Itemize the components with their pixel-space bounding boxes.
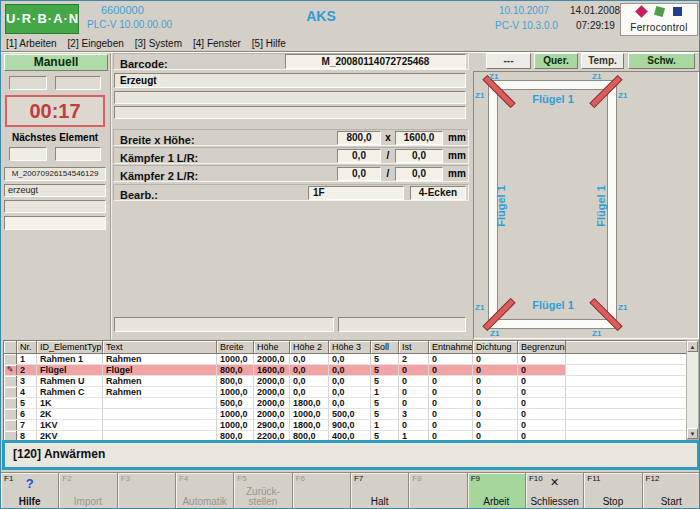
column-header-entnahme[interactable]: Entnahme bbox=[429, 341, 473, 354]
barcode-field[interactable]: M_20080114072725468 bbox=[285, 54, 466, 69]
column-header-breite[interactable]: Breite bbox=[217, 341, 254, 354]
counter-field-1[interactable] bbox=[9, 76, 47, 90]
column-header-hohe-2[interactable]: Höhe 2 bbox=[290, 341, 329, 354]
element-status-field[interactable]: Erzeugt bbox=[114, 73, 466, 88]
kaempfer2-left-field[interactable]: 0,0 bbox=[337, 167, 381, 181]
menu-item-3-system[interactable]: [3] System bbox=[135, 38, 182, 49]
scroll-up-button[interactable]: ▲ bbox=[687, 341, 698, 352]
row-selector[interactable] bbox=[4, 387, 17, 397]
panel-divider bbox=[110, 53, 111, 340]
dimension-separator-1: x bbox=[382, 132, 394, 143]
table-row[interactable]: 3Rahmen URahmen800,02000,00,00,050000 bbox=[4, 376, 686, 387]
table-scrollbar[interactable]: ▲ ▼ bbox=[686, 340, 699, 440]
table-header-filler bbox=[566, 341, 686, 354]
fkey-f10-schliessen[interactable]: F10✕Schliessen bbox=[526, 473, 584, 509]
table-row[interactable]: 51K500,02000,01800,00,050000 bbox=[4, 398, 686, 409]
fkey-f1-hilfe[interactable]: F1?Hilfe bbox=[1, 473, 59, 509]
menu-item-5-hilfe[interactable]: [5] Hilfe bbox=[252, 38, 286, 49]
fkey-label: Halt bbox=[351, 497, 408, 507]
row-selector[interactable] bbox=[4, 420, 17, 430]
table-row[interactable]: 4Rahmen CRahmen1000,02000,00,00,010000 bbox=[4, 387, 686, 398]
fkey-f12-start[interactable]: F12Start bbox=[643, 473, 700, 509]
column-header-text[interactable]: Text bbox=[103, 341, 217, 354]
next-counter-field-2[interactable] bbox=[55, 147, 101, 161]
cell-begrenzung: 0 bbox=[518, 365, 566, 375]
width-field[interactable]: 800,0 bbox=[337, 131, 381, 145]
table-row[interactable]: 1Rahmen 1Rahmen1000,02000,00,00,052000 bbox=[4, 354, 686, 365]
row-selector[interactable] bbox=[4, 398, 17, 408]
cell-id-elementtyp: 1K bbox=[37, 398, 103, 408]
next-element-extra-field-2[interactable] bbox=[4, 216, 106, 230]
kaempfer1-right-field[interactable]: 0,0 bbox=[395, 149, 443, 163]
scroll-down-icon: ▼ bbox=[690, 431, 696, 437]
row-selector[interactable]: ✎ bbox=[4, 365, 17, 375]
menu-item-1-arbeiten[interactable]: [1] Arbeiten bbox=[6, 38, 57, 49]
fkey-number: F9 bbox=[471, 474, 480, 483]
cell-entnahme: 0 bbox=[429, 420, 473, 430]
table-row[interactable]: 71KV1000,02900,01800,0900,010000 bbox=[4, 420, 686, 431]
table-row[interactable]: ✎2FlügelFlügel800,01600,00,00,050000 bbox=[4, 365, 686, 376]
column-header-nr[interactable]: Nr. bbox=[17, 341, 37, 354]
column-header-hohe[interactable]: Höhe bbox=[254, 341, 290, 354]
table-row[interactable]: 62K1000,02000,01000,0500,053000 bbox=[4, 409, 686, 420]
row-filler bbox=[566, 365, 686, 375]
dimension-label-2: Kämpfer 1 L/R: bbox=[114, 151, 198, 166]
pc-version: PC-V 10.3.0.0 bbox=[495, 20, 558, 31]
next-counter-field-1[interactable] bbox=[9, 147, 47, 161]
fkey-f4-automatik: F4Automatik bbox=[176, 473, 234, 509]
view-button-blank[interactable]: --- bbox=[486, 53, 531, 69]
scroll-down-button[interactable]: ▼ bbox=[687, 428, 698, 439]
fkey-f9-arbeit[interactable]: F9Arbeit bbox=[468, 473, 526, 509]
kaempfer2-right-field[interactable]: 0,0 bbox=[395, 167, 443, 181]
column-header-ist[interactable]: Ist bbox=[399, 341, 429, 354]
footer-field-2[interactable] bbox=[338, 317, 466, 332]
cell-ist: 0 bbox=[399, 387, 429, 397]
row-selector[interactable] bbox=[4, 376, 17, 386]
cell-nr: 6 bbox=[17, 409, 37, 419]
info-field-2[interactable] bbox=[114, 106, 466, 119]
column-header-soll[interactable]: Soll bbox=[371, 341, 399, 354]
cell-entnahme: 0 bbox=[429, 431, 473, 440]
dimension-separator-2: / bbox=[382, 150, 394, 161]
next-element-extra-field-1[interactable] bbox=[4, 200, 106, 213]
column-header-hohe-3[interactable]: Höhe 3 bbox=[329, 341, 371, 354]
view-button-temp[interactable]: Temp. bbox=[581, 53, 624, 69]
view-button-quer[interactable]: Quer. bbox=[534, 53, 578, 69]
kaempfer1-left-field[interactable]: 0,0 bbox=[337, 149, 381, 163]
height-field[interactable]: 1600,0 bbox=[395, 131, 443, 145]
column-header-begrenzung[interactable]: Begrenzung bbox=[518, 341, 566, 354]
view-button-schw[interactable]: Schw. bbox=[628, 53, 695, 69]
cell-begrenzung: 0 bbox=[518, 431, 566, 440]
info-field-1[interactable] bbox=[114, 91, 466, 104]
menu-item-2-eingeben[interactable]: [2] Eingeben bbox=[68, 38, 124, 49]
fkey-f7-halt[interactable]: F7Halt bbox=[351, 473, 409, 509]
table-row[interactable]: 82KV800,02200,0800,0400,051000 bbox=[4, 431, 686, 440]
dimension-label-3: Kämpfer 2 L/R: bbox=[114, 169, 198, 184]
footer-field-1[interactable] bbox=[114, 317, 334, 332]
cell-hohe-3: 0,0 bbox=[329, 398, 371, 408]
column-header-id-elementtyp[interactable]: ID_ElementTyp bbox=[37, 341, 103, 354]
mode-button[interactable]: Manuell bbox=[4, 54, 108, 71]
row-selector[interactable] bbox=[4, 409, 17, 419]
fkey-label: Hilfe bbox=[1, 497, 58, 507]
cell-begrenzung: 0 bbox=[518, 387, 566, 397]
bearb-mode-field[interactable]: 4-Ecken bbox=[410, 186, 466, 200]
counter-field-2[interactable] bbox=[55, 76, 101, 90]
fkey-f6: F6 bbox=[293, 473, 351, 509]
fkey-f11-stop[interactable]: F11Stop bbox=[584, 473, 642, 509]
row-filler bbox=[566, 398, 686, 408]
fkey-label: Import bbox=[59, 497, 116, 507]
cell-breite: 800,0 bbox=[217, 376, 254, 386]
corner-label-tr-side: Z1 bbox=[618, 91, 627, 100]
cell-dichtung: 0 bbox=[473, 409, 518, 419]
cell-entnahme: 0 bbox=[429, 409, 473, 419]
current-date: 14.01.2008 bbox=[570, 5, 620, 16]
row-selector[interactable] bbox=[4, 431, 17, 440]
next-element-barcode-field[interactable]: M_20070926154546129 bbox=[4, 167, 106, 181]
cell-entnahme: 0 bbox=[429, 365, 473, 375]
next-element-status-field[interactable]: erzeugt bbox=[4, 184, 106, 197]
row-selector[interactable] bbox=[4, 354, 17, 364]
menu-item-4-fenster[interactable]: [4] Fenster bbox=[193, 38, 241, 49]
column-header-dichtung[interactable]: Dichtung bbox=[473, 341, 518, 354]
bearb-field[interactable]: 1F bbox=[308, 186, 404, 200]
